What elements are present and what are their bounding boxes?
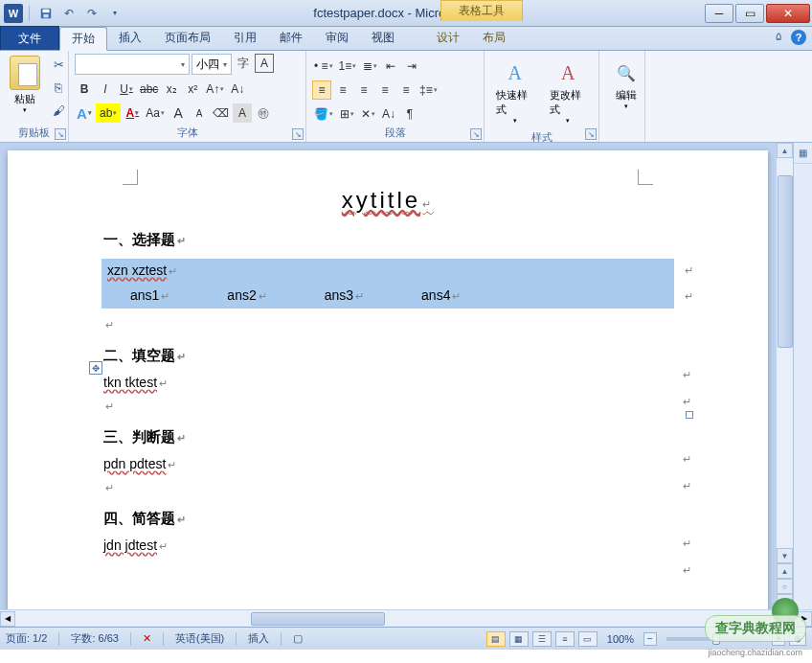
browse-object-button[interactable]: ○ [777, 579, 793, 594]
align-left-button[interactable]: ≡ [312, 80, 331, 100]
horizontal-scrollbar[interactable] [17, 611, 795, 627]
paragraph-launcher[interactable]: ↘ [470, 128, 482, 140]
scroll-left-button[interactable]: ◀ [0, 611, 15, 627]
shrink-font-button[interactable]: A↓ [228, 80, 247, 99]
outline-view[interactable]: ≡ [555, 631, 575, 647]
numbering-button[interactable]: 1≡ [337, 57, 359, 76]
word-count[interactable]: 字数: 6/63 [71, 631, 119, 646]
selected-table[interactable]: xzn xztest↵ ans1 ans2 ans3 ans4 ↵ [102, 259, 674, 309]
table-cell[interactable]: ans1 [130, 287, 169, 303]
minimize-ribbon-button[interactable]: ۵ [776, 30, 781, 45]
document-page[interactable]: xytitle 一、选择题 xzn xztest↵ ans1 ans2 ans3… [8, 150, 768, 609]
print-layout-view[interactable]: ▤ [486, 631, 506, 647]
phonetic-guide-button[interactable]: 字 [234, 54, 253, 73]
document-title[interactable]: xytitle [103, 187, 672, 214]
font-color-button[interactable]: A [123, 103, 142, 123]
zoom-level[interactable]: 100% [607, 633, 634, 645]
editing-button[interactable]: 🔍 编辑 ▾ [605, 54, 647, 114]
sort-button[interactable]: A↓ [379, 104, 398, 124]
view-tab[interactable]: 视图 [360, 26, 406, 50]
clear-format-button[interactable]: ⌫ [211, 103, 231, 123]
body-text[interactable]: jdn jdtest [103, 537, 672, 553]
font-size-combo[interactable]: 小四▾ [192, 54, 232, 75]
page-layout-tab[interactable]: 页面布局 [153, 26, 222, 50]
file-tab[interactable]: 文件 [0, 26, 59, 50]
change-styles-button[interactable]: A 更改样式 ▾ [544, 54, 594, 128]
draft-view[interactable]: ▭ [578, 631, 598, 647]
grow-font2-button[interactable]: A [169, 103, 188, 123]
references-tab[interactable]: 引用 [222, 26, 268, 50]
align-right-button[interactable]: ≡ [354, 80, 373, 100]
styles-launcher[interactable]: ↘ [585, 128, 597, 140]
section-heading[interactable]: 三、判断题 [103, 428, 672, 446]
char-border-button[interactable]: A [255, 54, 274, 73]
macro-record-button[interactable]: ▢ [293, 632, 303, 645]
section-heading[interactable]: 二、填空题 [103, 347, 672, 365]
superscript-button[interactable]: x² [183, 80, 202, 99]
copy-button[interactable]: ⎘ [48, 77, 69, 98]
text-effects-button[interactable]: A [75, 103, 94, 123]
distribute-button[interactable]: ≡ [396, 80, 416, 100]
ruler-toggle[interactable]: ▦ [794, 143, 812, 164]
table-move-handle[interactable]: ✥ [89, 361, 102, 375]
word-app-icon[interactable]: W [4, 4, 23, 23]
language-indicator[interactable]: 英语(美国) [175, 631, 224, 646]
table-design-tab[interactable]: 设计 [425, 26, 471, 50]
web-layout-view[interactable]: ☰ [532, 631, 552, 647]
help-button[interactable]: ? [791, 30, 806, 45]
italic-button[interactable]: I [96, 80, 115, 99]
change-case-button[interactable]: Aa [144, 103, 167, 123]
body-text[interactable]: pdn pdtest [103, 456, 672, 471]
table-resize-handle[interactable] [686, 411, 693, 419]
subscript-button[interactable]: x₂ [162, 80, 181, 99]
fullscreen-view[interactable]: ▦ [509, 631, 529, 647]
minimize-button[interactable]: ─ [705, 4, 733, 23]
grow-font-button[interactable]: A↑ [204, 80, 226, 99]
qat-customize-dropdown[interactable]: ▾ [104, 3, 125, 24]
table-cell[interactable]: ans2 [227, 287, 266, 303]
scroll-down-button[interactable]: ▼ [777, 548, 793, 563]
shading-button[interactable]: 🪣 [312, 104, 335, 124]
maximize-button[interactable]: ▭ [735, 4, 764, 23]
align-center-button[interactable]: ≡ [333, 80, 352, 100]
hscroll-thumb[interactable] [251, 612, 385, 626]
underline-button[interactable]: U [117, 80, 136, 99]
line-spacing-button[interactable]: ‡≡ [417, 80, 440, 100]
body-text[interactable]: tkn tktest [103, 375, 672, 390]
empty-paragraph[interactable] [103, 316, 672, 332]
char-shading-button[interactable]: A [233, 103, 252, 123]
table-cell[interactable]: ans4 [421, 287, 461, 303]
vertical-scrollbar[interactable]: ▲ ▼ ▲ ○ ▼ [776, 143, 793, 609]
scroll-up-button[interactable]: ▲ [777, 143, 793, 158]
review-tab[interactable]: 审阅 [314, 26, 360, 50]
format-painter-button[interactable]: 🖌 [48, 100, 69, 121]
increase-indent-button[interactable]: ⇥ [402, 57, 421, 76]
cut-button[interactable]: ✂ [48, 54, 69, 75]
scroll-thumb[interactable] [778, 175, 793, 348]
justify-button[interactable]: ≡ [375, 80, 395, 100]
table-layout-tab[interactable]: 布局 [471, 26, 517, 50]
page-indicator[interactable]: 页面: 1/2 [6, 631, 47, 646]
font-launcher[interactable]: ↘ [292, 128, 304, 140]
quick-styles-button[interactable]: A 快速样式 ▾ [490, 54, 540, 128]
borders-button[interactable]: ⊞ [337, 104, 356, 124]
section-heading[interactable]: 一、选择题 [103, 231, 672, 249]
undo-button[interactable]: ↶ [58, 3, 79, 24]
close-button[interactable]: ✕ [766, 4, 810, 23]
bold-button[interactable]: B [75, 80, 94, 99]
bullets-button[interactable]: • ≡ [312, 57, 335, 76]
strikethrough-button[interactable]: abc [138, 80, 160, 99]
shrink-font2-button[interactable]: A [190, 103, 209, 123]
empty-paragraph[interactable] [103, 398, 672, 413]
zoom-out-button[interactable]: − [643, 632, 657, 646]
insert-tab[interactable]: 插入 [107, 26, 153, 50]
empty-paragraph[interactable] [103, 479, 672, 494]
mailings-tab[interactable]: 邮件 [268, 26, 314, 50]
document-viewport[interactable]: xytitle 一、选择题 xzn xztest↵ ans1 ans2 ans3… [0, 143, 776, 609]
redo-button[interactable]: ↷ [81, 3, 102, 24]
enclose-char-button[interactable]: ㊕ [254, 103, 273, 123]
show-marks-button[interactable]: ¶ [400, 104, 419, 124]
insert-mode[interactable]: 插入 [248, 631, 269, 646]
decrease-indent-button[interactable]: ⇤ [381, 57, 400, 76]
font-name-combo[interactable]: ▾ [75, 54, 190, 75]
